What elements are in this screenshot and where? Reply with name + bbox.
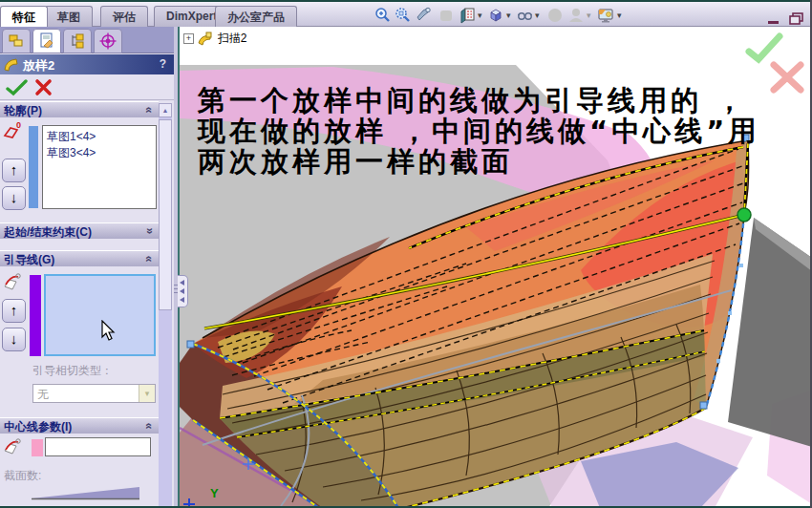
collapse-chevron-icon[interactable]: «: [143, 107, 157, 114]
guide-curve-selector-icon: [2, 271, 25, 294]
scrollbar-thumb[interactable]: [159, 119, 172, 310]
centerline-header-label: 中心线参数(I): [4, 420, 72, 434]
feature-title-bar: 放样2 ?: [0, 54, 174, 74]
shadows-icon: [546, 7, 564, 24]
command-manager-toolbar: 特征 草图 评估 DimXpert 办公室产品 ▾ ▾ ▾ ▾ ▾: [0, 2, 810, 27]
profile-item[interactable]: 草图3<4>: [47, 145, 152, 161]
section-view-icon[interactable]: [459, 7, 476, 24]
panel-collapse-handle[interactable]: [178, 275, 188, 307]
guide-move-up-button[interactable]: ↑: [2, 299, 26, 323]
tab-office-products[interactable]: 办公室产品: [215, 6, 297, 27]
confirm-row: [0, 74, 174, 100]
configuration-manager-tab[interactable]: [63, 29, 92, 53]
ok-button[interactable]: [6, 79, 29, 96]
tree-item-label[interactable]: 扫描2: [218, 32, 247, 45]
svg-text:0: 0: [16, 120, 21, 130]
sweep-feature-icon: [197, 32, 214, 46]
centerline-textbox[interactable]: [45, 437, 151, 456]
profile-item[interactable]: 草图1<4>: [47, 129, 152, 145]
dropdown-arrow-icon[interactable]: ▾: [617, 11, 622, 20]
tab-evaluate[interactable]: 评估: [100, 6, 148, 27]
move-down-button[interactable]: ↓: [2, 186, 26, 210]
annotation-line-3: 两次放样用一样的截面: [198, 143, 513, 181]
solidworks-window: 特征 草图 评估 DimXpert 办公室产品 ▾ ▾ ▾ ▾ ▾: [0, 0, 812, 508]
profiles-section-header[interactable]: 轮廓(P) «: [0, 101, 159, 117]
dropdown-arrow-icon: ▾: [587, 11, 591, 20]
rollback-icon: [438, 7, 455, 24]
profiles-listbox[interactable]: 草图1<4> 草图3<4>: [42, 125, 157, 209]
cancel-button[interactable]: [34, 78, 53, 97]
collapse-chevron-icon[interactable]: «: [143, 256, 157, 263]
centerline-section-header[interactable]: 中心线参数(I) «: [0, 417, 159, 434]
help-button[interactable]: ?: [160, 57, 166, 71]
mouse-cursor-icon: [101, 320, 118, 343]
section-count-label: 截面数:: [4, 468, 41, 484]
feature-title: 放样2: [23, 58, 54, 73]
zoom-to-area-icon[interactable]: [395, 7, 412, 24]
view-orientation-icon[interactable]: [487, 7, 504, 24]
expand-chevron-icon[interactable]: «: [143, 228, 157, 235]
display-style-icon[interactable]: [516, 7, 533, 24]
tangency-type-dropdown[interactable]: 无 ▾: [32, 384, 156, 403]
tangency-value: 无: [37, 388, 49, 401]
tangency-type-label: 引导相切类型：: [32, 363, 113, 379]
endpoint-handle[interactable]: [737, 208, 751, 222]
guide-move-down-button[interactable]: ↓: [2, 328, 26, 351]
dropdown-chevron-icon: ▾: [139, 385, 155, 402]
profile-selector-icon: 0: [2, 120, 25, 143]
appearance-scene-icon[interactable]: [597, 7, 614, 24]
guide-callout-bar: [30, 275, 41, 356]
magnifier-icon[interactable]: [416, 7, 433, 24]
start-end-header-label: 起始/结束约束(C): [4, 225, 92, 239]
loft-icon: [3, 56, 19, 73]
dropdown-arrow-icon[interactable]: ▾: [506, 11, 511, 20]
panel-scrollbar[interactable]: ▲: [159, 103, 172, 508]
dimxpert-manager-tab[interactable]: [94, 29, 122, 53]
y-axis-label: Y: [210, 486, 219, 500]
dropdown-arrow-icon[interactable]: ▾: [535, 11, 540, 20]
centerline-selector-icon: [2, 435, 25, 458]
window-border-top: [0, 0, 812, 2]
scrollbar-up-arrow[interactable]: ▲: [159, 103, 172, 117]
zoom-in-icon[interactable]: [374, 7, 392, 24]
camera-icon: [567, 7, 585, 24]
profiles-header-label: 轮廓(P): [4, 104, 42, 117]
minimize-button[interactable]: [767, 11, 781, 22]
flyout-feature-tree[interactable]: + 扫描2: [183, 31, 246, 46]
section-count-slider[interactable]: [32, 483, 139, 502]
tab-features[interactable]: 特征: [0, 6, 48, 27]
start-end-section-header[interactable]: 起始/结束约束(C) «: [0, 222, 159, 239]
centerline-callout-bar: [32, 439, 43, 456]
tab-sketch[interactable]: 草图: [45, 6, 93, 27]
guide-curves-header-label: 引导线(G): [4, 253, 54, 266]
guide-curves-listbox[interactable]: [44, 274, 156, 356]
property-manager-panel: 放样2 ? 轮廓(P) « 0 草图1<4> 草图3<4> ↑ ↓ 起始/结束约…: [0, 27, 174, 508]
guide-curves-section-header[interactable]: 引导线(G) «: [0, 250, 159, 266]
property-manager-tab[interactable]: [32, 29, 61, 53]
dropdown-arrow-icon[interactable]: ▾: [478, 11, 482, 20]
manager-tab-bar: [0, 27, 174, 53]
move-up-button[interactable]: ↑: [2, 159, 26, 182]
collapse-chevron-icon[interactable]: «: [143, 423, 157, 430]
profiles-callout-bar: [29, 126, 38, 208]
feature-manager-tab[interactable]: [2, 29, 31, 53]
graphics-viewport[interactable]: Y + 扫描2 第一个放样中间的线做为引导线用的 ， 现在做的放样 ，中间的线做…: [178, 27, 812, 508]
restore-button[interactable]: [789, 11, 803, 22]
tree-expand-icon[interactable]: +: [183, 33, 194, 44]
